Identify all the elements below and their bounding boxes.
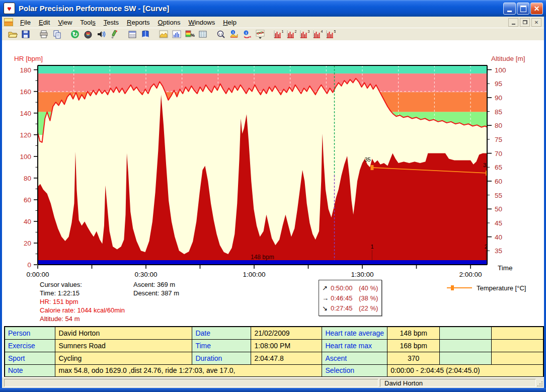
save-icon[interactable] [20,29,32,40]
table-label-cell: Duration [192,352,251,364]
curve-view-icon[interactable] [158,29,170,40]
menu-item-view[interactable]: View [54,17,76,28]
svg-text:140: 140 [20,110,31,117]
status-panel-user: David Horton [380,379,536,387]
mdi-minimize-button[interactable] [508,18,518,27]
svg-text:35: 35 [495,247,502,255]
table-label-cell: Date [192,327,251,339]
print-icon[interactable] [38,29,50,40]
chart-1-icon[interactable]: 1 [272,29,284,40]
svg-text:148 bpm: 148 bpm [251,254,274,261]
chart-5-icon[interactable]: 5 [325,29,337,40]
selection-row-0: ↗0:50:00(40 %) [322,283,381,293]
table-label-cell [440,327,492,339]
hr-altitude-chart[interactable]: 123533148 bpm020406080100120140160180354… [2,40,544,278]
exercise-summary-table: PersonDavid HortonDate21/02/2009Heart ra… [4,326,544,377]
svg-text:1: 1 [282,29,284,34]
svg-text:40: 40 [495,233,502,241]
selection-row-1: →0:46:45(38 %) [322,293,381,303]
curve-window-icon[interactable] [4,18,13,26]
svg-text:35: 35 [364,156,370,163]
svg-text:HR [bpm]: HR [bpm] [14,55,43,62]
minimize-button[interactable] [503,3,516,15]
table-label-cell: Note [5,364,55,377]
svg-text:0:00:00: 0:00:00 [26,271,49,278]
table-view-icon[interactable] [197,29,209,40]
svg-text:Time: Time [498,264,513,272]
sonic-link-icon[interactable] [95,29,107,40]
svg-text:i: i [246,31,247,35]
menu-item-tests[interactable]: Tests [100,17,123,28]
temperature-legend-label: Temperature [°C] [477,284,526,292]
menu-item-windows[interactable]: Windows [184,17,219,28]
zoom-1to1-icon[interactable]: 1:1 [215,29,227,40]
info-select-icon[interactable]: i [241,29,253,40]
diary-icon[interactable] [139,29,151,40]
menu-item-tools[interactable]: Tools [76,17,99,28]
menu-item-reports[interactable]: Reports [123,17,154,28]
bar-view-icon[interactable] [171,29,183,40]
table-row: PersonDavid HortonDate21/02/2009Heart ra… [5,327,543,339]
svg-text:1:30:00: 1:30:00 [351,271,373,278]
descent-value: Descent: 387 m [133,289,179,297]
ascent-descent-block: Ascent: 369 m Descent: 387 m [133,280,179,297]
table-label-cell: Person [5,327,55,339]
table-value-cell: 2:04:47.8 [251,352,322,364]
status-panel-main [4,379,378,387]
selection-stats-box: ↗0:50:00(40 %)→0:46:45(38 %)↘0:27:45(22 … [319,280,382,316]
menu-item-options[interactable]: Options [154,17,185,28]
selection-time: 0:50:00 [331,284,359,292]
svg-text:80: 80 [495,122,502,129]
table-value-cell [491,339,543,352]
mdi-restore-button[interactable] [520,18,530,27]
compare-curves-icon[interactable] [254,29,266,40]
svg-text:4: 4 [321,29,323,34]
chart-3-icon[interactable]: 3 [298,29,310,40]
window-title: Polar Precision Performance SW - [Curve] [19,4,169,13]
table-row: SportCyclingDuration2:04:47.8Ascent370 [5,352,543,364]
hr-monitor-icon[interactable] [82,29,94,40]
calendar-icon[interactable] [126,29,138,40]
table-row: Notemax 54.8, odo 1629.0 ,dist 24.76, ri… [5,364,543,377]
svg-text:95: 95 [495,80,502,88]
close-button[interactable]: ✕ [530,3,543,15]
zones-view-icon[interactable]: % [184,29,196,40]
svg-text:1: 1 [370,244,373,250]
table-label-cell: Heart rate max [322,339,387,352]
chart-4-icon[interactable]: 4 [311,29,324,40]
selection-percent: (40 %) [359,284,378,292]
cursor-time: Time: 1:22:15 [40,289,125,297]
temperature-legend-line-icon [447,287,472,288]
menu-item-edit[interactable]: Edit [35,17,54,28]
open-file-icon[interactable] [7,29,19,40]
chart-2-icon[interactable]: 2 [285,29,297,40]
resize-grip[interactable] [536,380,543,387]
table-value-cell: 168 bpm [387,339,440,352]
copy-icon[interactable] [51,29,63,40]
table-value-cell [491,352,543,364]
svg-text:3: 3 [308,29,310,34]
svg-text:5: 5 [334,29,336,34]
table-value-cell: max 54.8, odo 1629.0 ,dist 24.76, ride 1… [55,364,322,377]
svg-text:85: 85 [495,108,502,116]
info-curve-icon[interactable]: i [228,29,240,40]
svg-text:120: 120 [20,131,31,139]
svg-text:%: % [191,33,195,38]
table-value-cell: 0:00:00 - 2:04:45 (2:04:45.0) [387,364,543,377]
svg-text:75: 75 [495,136,502,143]
mdi-close-button[interactable]: ✕ [531,18,541,27]
maximize-button[interactable] [517,3,529,15]
table-label-cell [440,339,492,352]
menu-item-help[interactable]: Help [219,17,241,28]
table-value-cell: David Horton [55,327,192,339]
temperature-legend: Temperature [°C] [447,284,526,292]
transfer-icon[interactable]: ↻ [69,29,81,40]
svg-text:1:1: 1:1 [218,33,222,36]
svg-text:↻: ↻ [72,31,78,38]
window-frame-right [544,17,546,388]
ir-interface-icon[interactable] [108,29,120,40]
cursor-values-title: Cursor values: [40,280,125,289]
svg-text:55: 55 [495,192,502,199]
svg-text:i: i [232,30,233,35]
menu-item-file[interactable]: File [16,17,35,28]
